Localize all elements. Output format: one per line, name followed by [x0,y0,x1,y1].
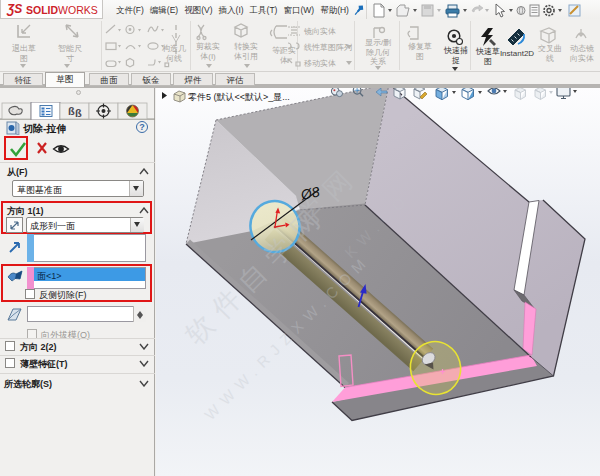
svg-text:零件5 (默认<<默认>_显...: 零件5 (默认<<默认>_显... [188,92,290,102]
svg-text:ß: ß [68,105,75,117]
svg-text:ß: ß [75,107,82,119]
